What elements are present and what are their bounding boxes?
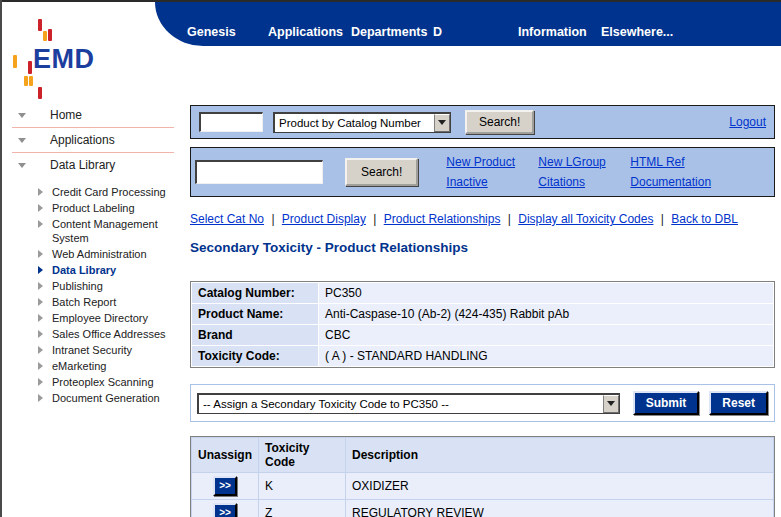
logo-dash-icon	[13, 55, 17, 68]
assign-toxicity-form: -- Assign a Secondary Toxicity Code to P…	[190, 384, 775, 422]
sidebar-item-intranet-security[interactable]: Intranet Security	[10, 342, 186, 358]
quick-links-col: New Product Inactive	[446, 155, 538, 189]
chevron-right-icon	[38, 298, 43, 306]
catalog-search-button[interactable]: Search!	[465, 110, 534, 134]
nav-item-departments[interactable]: Departments	[351, 25, 427, 39]
unassign-button[interactable]: >>	[213, 503, 237, 517]
sidebar-item-label: Credit Card Processing	[52, 185, 174, 199]
quick-links-col: New LGroup Citations	[538, 155, 630, 189]
dropdown-arrow-icon[interactable]	[434, 114, 450, 132]
unassign-cell: >>	[192, 473, 258, 499]
sidebar-item-label: Data Library	[52, 263, 174, 277]
sidebar-item-sales-office-addresses[interactable]: Sales Office Addresses	[10, 326, 186, 342]
reset-button[interactable]: Reset	[709, 391, 768, 415]
sidebar-item-data-library[interactable]: Data Library	[10, 154, 186, 176]
product-details-table: Catalog Number: PC350 Product Name: Anti…	[190, 281, 775, 368]
page-title: Secondary Toxicity - Product Relationshi…	[190, 240, 468, 255]
citations-link[interactable]: Citations	[538, 175, 630, 189]
sidebar-item-home[interactable]: Home	[10, 104, 186, 126]
sidebar-item-label: Document Generation	[52, 391, 174, 405]
display-all-toxicity-codes-link[interactable]: Display all Toxicity Codes	[518, 212, 653, 226]
sidebar-item-proteoplex-scanning[interactable]: Proteoplex Scanning	[10, 374, 186, 390]
unassign-button[interactable]: >>	[213, 476, 237, 496]
select-cat-no-link[interactable]: Select Cat No	[190, 212, 264, 226]
chevron-down-icon	[18, 163, 26, 168]
emd-logo: EMD	[10, 15, 120, 105]
sidebar-item-emarketing[interactable]: eMarketing	[10, 358, 186, 374]
sidebar: Home Applications Data Library Credit Ca…	[10, 104, 186, 406]
table-row: >> Z REGULATORY REVIEW	[192, 500, 773, 517]
back-to-dbl-link[interactable]: Back to DBL	[671, 212, 738, 226]
sidebar-item-label: Intranet Security	[52, 343, 174, 357]
chevron-right-icon	[38, 394, 43, 402]
chevron-right-icon	[38, 220, 43, 228]
table-row: >> K OXIDIZER	[192, 473, 773, 499]
page: Genesis Applications Departments D Infor…	[0, 0, 781, 517]
product-display-link[interactable]: Product Display	[282, 212, 366, 226]
catalog-number-label: Catalog Number:	[192, 283, 318, 303]
toxicity-code-column-header: Toxicity Code	[259, 438, 345, 472]
description-cell: REGULATORY REVIEW	[346, 500, 773, 517]
submit-button[interactable]: Submit	[633, 391, 700, 415]
sidebar-item-data-library-active[interactable]: Data Library	[10, 262, 186, 278]
breadcrumb-separator: |	[373, 212, 376, 226]
product-relationships-link[interactable]: Product Relationships	[384, 212, 501, 226]
quick-links: New Product Inactive New LGroup Citation…	[446, 155, 711, 189]
chevron-right-icon	[38, 188, 43, 196]
html-ref-link[interactable]: HTML Ref	[630, 155, 711, 169]
logo-dash-icon	[38, 87, 42, 99]
toxicity-codes-table: Unassign Toxicity Code Description >> K …	[190, 436, 775, 517]
catalog-search-input[interactable]	[199, 112, 263, 132]
sidebar-item-credit-card-processing[interactable]: Credit Card Processing	[10, 184, 186, 200]
sidebar-item-label: Publishing	[52, 279, 174, 293]
sidebar-item-label: Batch Report	[52, 295, 174, 309]
chevron-down-icon	[18, 113, 26, 118]
secondary-search-button[interactable]: Search!	[345, 158, 418, 186]
unassign-cell: >>	[192, 500, 258, 517]
breadcrumb-separator: |	[271, 212, 274, 226]
logo-dash-icon	[43, 31, 47, 41]
documentation-link[interactable]: Documentation	[630, 175, 711, 189]
sidebar-item-applications[interactable]: Applications	[10, 129, 186, 151]
sidebar-divider	[12, 152, 174, 153]
sidebar-item-batch-report[interactable]: Batch Report	[10, 294, 186, 310]
logo-dash-icon	[29, 76, 33, 86]
nav-item-applications[interactable]: Applications	[268, 25, 343, 39]
logo-dash-icon	[38, 19, 42, 31]
dropdown-arrow-icon[interactable]	[603, 395, 619, 413]
nav-item-information[interactable]: Information	[518, 25, 587, 39]
sidebar-item-publishing[interactable]: Publishing	[10, 278, 186, 294]
search-type-select[interactable]: Product by Catalog Number	[273, 112, 451, 133]
sidebar-item-label: eMarketing	[52, 359, 174, 373]
new-product-link[interactable]: New Product	[446, 155, 538, 169]
sidebar-item-product-labeling[interactable]: Product Labeling	[10, 200, 186, 216]
product-name-label: Product Name:	[192, 304, 318, 324]
description-column-header: Description	[346, 438, 773, 472]
sidebar-item-content-management-system[interactable]: Content Management System	[10, 216, 186, 246]
quick-links-col: HTML Ref Documentation	[630, 155, 711, 189]
inactive-link[interactable]: Inactive	[446, 175, 538, 189]
top-navbar: Genesis Applications Departments D Infor…	[155, 2, 781, 46]
sidebar-item-label: Product Labeling	[52, 201, 174, 215]
chevron-right-icon	[38, 378, 43, 386]
chevron-right-icon	[38, 266, 43, 274]
nav-item-elsewhere[interactable]: Elsewhere...	[601, 25, 673, 39]
assign-toxicity-select[interactable]: -- Assign a Secondary Toxicity Code to P…	[197, 393, 620, 414]
secondary-search-bar: Search! New Product Inactive New LGroup …	[190, 147, 775, 197]
nav-item-d[interactable]: D	[433, 25, 442, 39]
breadcrumb: Select Cat No | Product Display | Produc…	[190, 212, 738, 226]
secondary-search-input[interactable]	[195, 160, 323, 184]
nav-item-genesis[interactable]: Genesis	[187, 25, 236, 39]
product-name-value: Anti-Caspase-10 (Ab-2) (424-435) Rabbit …	[319, 304, 773, 324]
sidebar-item-document-generation[interactable]: Document Generation	[10, 390, 186, 406]
brand-label: Brand	[192, 325, 318, 345]
sidebar-item-label: Content Management System	[52, 217, 174, 245]
chevron-right-icon	[38, 250, 43, 258]
logo-dash-icon	[48, 29, 52, 41]
toxicity-code-value: ( A ) - STANDARD HANDLING	[319, 346, 773, 366]
breadcrumb-separator: |	[661, 212, 664, 226]
new-lgroup-link[interactable]: New LGroup	[538, 155, 630, 169]
sidebar-item-web-administration[interactable]: Web Administration	[10, 246, 186, 262]
sidebar-item-employee-directory[interactable]: Employee Directory	[10, 310, 186, 326]
logout-link[interactable]: Logout	[729, 115, 766, 129]
